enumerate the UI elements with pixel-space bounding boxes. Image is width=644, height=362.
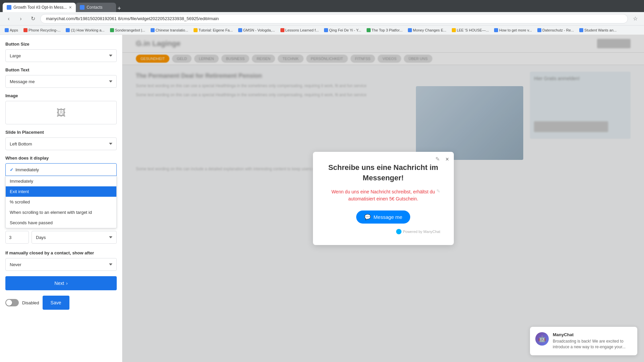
bookmark-money[interactable]: Money Changes E...: [406, 27, 448, 33]
slide-in-placement-label: Slide In Placement: [5, 130, 117, 135]
days-number-input[interactable]: [5, 231, 29, 244]
when-display-dropdown-container: ✓ Immediately Immediately Exit intent % …: [5, 163, 117, 228]
button-text-label: Button Text: [5, 67, 117, 72]
left-panel: Button Size Large Button Text Message me…: [0, 35, 122, 362]
bookmark-lee[interactable]: LEE 'S HOUSE—...: [450, 27, 491, 33]
new-tab-button[interactable]: +: [116, 5, 122, 12]
address-input[interactable]: [40, 14, 628, 23]
manychat-notif-text: Broadcasting is back! We are excited to …: [553, 339, 632, 350]
bookmark-icon-chinese: [151, 28, 155, 32]
bookmark-tutorial[interactable]: Tutorial: Eigene Fa...: [192, 27, 235, 33]
button-text-select[interactable]: Message me: [5, 75, 117, 88]
bookmark-label-datenschutz: Datenschutz - Re...: [542, 28, 574, 32]
bookmark-label-student: Student Wants an...: [584, 28, 616, 32]
bookmark-icon-lee: [452, 28, 456, 32]
right-panel: G.in Laginge GESUNDHEIT GELD LERNEN BUSI…: [122, 35, 644, 362]
disabled-toggle[interactable]: [5, 299, 19, 306]
bookmark-label-top3: The Top 3 Platfor...: [372, 28, 402, 32]
next-button-label: Next: [54, 281, 64, 286]
toggle-knob: [6, 300, 12, 306]
bookmark-icon-howto: [494, 28, 498, 32]
bookmark-qing[interactable]: Qing Fei De Yi - Y...: [322, 27, 363, 33]
browser-chrome: Growth Tool #3 Opt-In Mess... ✕ Contacts…: [0, 0, 644, 12]
next-button[interactable]: Next ›: [5, 276, 117, 290]
manychat-notif-title: ManyChat: [553, 332, 632, 337]
bookmark-datenschutz[interactable]: Datenschutz - Re...: [535, 27, 576, 33]
bookmark-icon-phone: [23, 28, 28, 32]
bookmark-label-howto: How to get more v...: [499, 28, 532, 32]
mc-avatar-image: 🤖: [535, 332, 549, 346]
bookmarks-bar: Apps Phone Recycling-... (1) How Working…: [0, 25, 644, 35]
bookmark-label-gmsn: GMSN - Vologda,...: [243, 28, 275, 32]
address-bar-row: ‹ › ↻ ☆: [0, 12, 644, 25]
modal-edit-button[interactable]: ✎: [435, 156, 440, 162]
manychat-logo-icon: [396, 229, 401, 234]
manychat-avatar: 🤖: [535, 332, 549, 346]
tab-contacts[interactable]: Contacts ✕: [76, 3, 116, 12]
bookmark-icon-student: [579, 28, 583, 32]
bookmark-label-sonder: Sonderangebot |...: [115, 28, 145, 32]
toggle-row: Disabled Save: [5, 296, 117, 310]
bookmark-icon-top3: [367, 28, 371, 32]
button-size-select[interactable]: Large: [5, 49, 117, 62]
bookmark-icon-apps: [5, 28, 9, 32]
option-scrolled[interactable]: % scrolled: [6, 197, 116, 207]
bookmark-student[interactable]: Student Wants an...: [577, 27, 619, 33]
bookmark-top3[interactable]: The Top 3 Platfor...: [365, 27, 405, 33]
modal-popup: ✎ × Schreibe uns eine Nachricht im Messe…: [313, 152, 454, 245]
mc-notif-content: ManyChat Broadcasting is back! We are ex…: [553, 332, 632, 350]
option-immediately[interactable]: Immediately: [6, 176, 116, 186]
website-preview: G.in Laginge GESUNDHEIT GELD LERNEN BUSI…: [122, 35, 644, 362]
bookmark-icon-qing: [324, 28, 328, 32]
bookmark-lessons[interactable]: Lessons Learned f...: [278, 27, 321, 33]
manychat-notification[interactable]: 🤖 ManyChat Broadcasting is back! We are …: [530, 327, 637, 355]
messenger-button[interactable]: 💬 Message me: [356, 210, 411, 224]
save-button[interactable]: Save: [43, 296, 69, 310]
if-manually-closed-label: If manually closed by a contact, show af…: [5, 250, 117, 255]
bookmark-icon-gmsn: [238, 28, 242, 32]
modal-subtitle-edit-icon: ✎: [436, 188, 440, 194]
days-row: Days: [5, 231, 117, 244]
bookmark-icon-sonder: [110, 28, 114, 32]
bookmark-gmsn[interactable]: GMSN - Vologda,...: [236, 27, 277, 33]
slide-in-placement-select[interactable]: Left Bottom: [5, 137, 117, 150]
image-placeholder-icon: 🖼: [56, 107, 66, 118]
bookmark-button[interactable]: ☆: [631, 14, 640, 23]
bookmark-chinese[interactable]: Chinese translatio...: [149, 27, 190, 33]
tab-growth-tool[interactable]: Growth Tool #3 Opt-In Mess... ✕: [3, 3, 76, 12]
image-label: Image: [5, 93, 117, 98]
days-unit-select[interactable]: Days: [32, 231, 117, 244]
option-exit-intent[interactable]: Exit intent: [6, 186, 116, 197]
bookmark-label-chinese: Chinese translatio...: [156, 28, 188, 32]
bookmark-howto[interactable]: How to get more v...: [492, 27, 534, 33]
bookmark-label-phone: Phone Recycling-...: [29, 28, 60, 32]
powered-by-label: Powered by ManyChat: [403, 230, 440, 234]
bookmark-sonder[interactable]: Sonderangebot |...: [108, 27, 147, 33]
option-scroll-element[interactable]: When scrolling to an element with target…: [6, 207, 116, 218]
option-seconds-passed[interactable]: Seconds have passed: [6, 218, 116, 228]
if-manually-closed-select[interactable]: Never: [5, 258, 117, 271]
bookmark-label-apps: Apps: [10, 28, 18, 32]
next-arrow-icon: ›: [66, 281, 68, 286]
when-display-label: When does it display: [5, 156, 117, 161]
modal-title: Schreibe uns eine Nachricht im Messenger…: [326, 163, 440, 183]
bookmark-label-tutorial: Tutorial: Eigene Fa...: [199, 28, 233, 32]
bookmark-label-money: Money Changes E...: [413, 28, 446, 32]
reload-button[interactable]: ↻: [28, 14, 38, 23]
tab-favicon-2: [80, 5, 85, 10]
modal-close-button[interactable]: ×: [445, 156, 449, 163]
when-display-options: Immediately Exit intent % scrolled When …: [5, 176, 117, 228]
when-display-input[interactable]: ✓ Immediately: [5, 163, 117, 176]
bookmark-apps[interactable]: Apps: [3, 27, 20, 33]
image-upload-box[interactable]: 🖼: [5, 101, 117, 124]
bookmark-working[interactable]: (1) How Working a...: [64, 27, 106, 33]
tab-close-2[interactable]: ✕: [109, 5, 112, 10]
check-icon: ✓: [10, 167, 13, 172]
main-layout: Button Size Large Button Text Message me…: [0, 35, 644, 362]
forward-button[interactable]: ›: [16, 14, 25, 23]
bookmark-phone[interactable]: Phone Recycling-...: [21, 27, 62, 33]
tab-close-1[interactable]: ✕: [69, 5, 72, 10]
back-button[interactable]: ‹: [4, 14, 13, 23]
powered-by: Powered by ManyChat: [326, 229, 440, 234]
bookmark-icon-datenschutz: [537, 28, 541, 32]
